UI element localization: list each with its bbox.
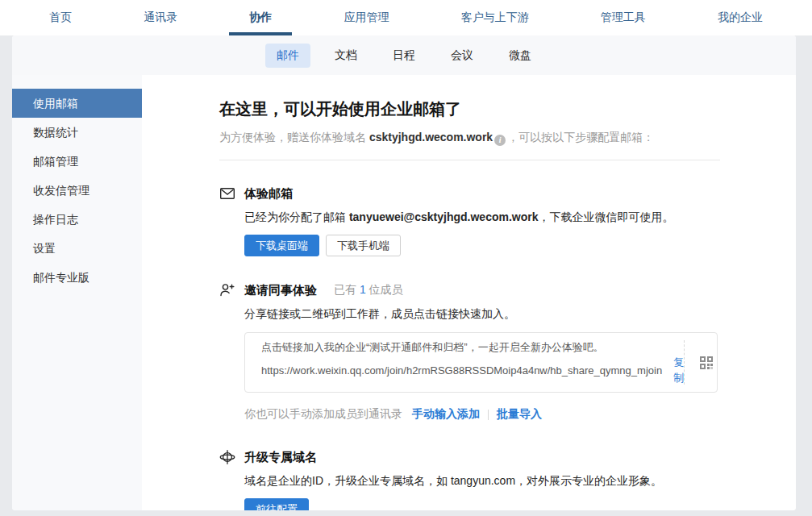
configure-domain-button[interactable]: 前往配置 bbox=[244, 498, 309, 510]
nav-item-customers[interactable]: 客户与上下游 bbox=[456, 0, 534, 35]
subtitle-suffix: ，可以按以下步骤配置邮箱： bbox=[507, 131, 654, 144]
subtitle-prefix: 为方便体验，赠送你体验域名 bbox=[219, 131, 369, 144]
page-subtitle: 为方便体验，赠送你体验域名 csktyjhgd.wecom.worki，可以按以… bbox=[219, 129, 796, 146]
section-invite-colleagues: 邀请同事体验 已有 1 位成员 分享链接或二维码到工作群，成员点击链接快速加入。… bbox=[219, 282, 720, 422]
nav-item-home[interactable]: 首页 bbox=[44, 0, 77, 35]
invite-link-box: 点击链接加入我的企业“测试开通邮件和归档”，一起开启全新办公体验吧。 https… bbox=[244, 332, 718, 393]
page-title: 在这里，可以开始使用企业邮箱了 bbox=[219, 98, 796, 119]
domain-desc: 域名是企业的ID，升级企业专属域名，如 tangyun.com，对外展示专业的企… bbox=[244, 472, 720, 489]
nav-item-my-company[interactable]: 我的企业 bbox=[713, 0, 768, 35]
section-title: 体验邮箱 bbox=[244, 186, 293, 202]
envelope-icon bbox=[219, 185, 235, 202]
globe-domain-icon bbox=[219, 449, 235, 465]
sidebar-item-use-mailbox[interactable]: 使用邮箱 bbox=[12, 89, 142, 118]
section-divider bbox=[219, 160, 720, 160]
tab-docs[interactable]: 文档 bbox=[323, 44, 369, 68]
add-person-icon bbox=[219, 282, 235, 298]
collaboration-tabbar: 邮件 文档 日程 会议 微盘 bbox=[12, 35, 796, 75]
invite-share-text: 点击链接加入我的企业“测试开通邮件和归档”，一起开启全新办公体验吧。 bbox=[261, 339, 684, 355]
tab-meeting[interactable]: 会议 bbox=[439, 44, 485, 68]
section-upgrade-domain: 升级专属域名 域名是企业的ID，升级企业专属域名，如 tangyun.com，对… bbox=[219, 449, 720, 510]
invite-desc: 分享链接或二维码到工作群，成员点击链接快速加入。 bbox=[244, 306, 720, 322]
mailbox-desc: 已经为你分配了邮箱 tanyuewei@csktyjhgd.wecom.work… bbox=[244, 209, 720, 225]
nav-item-admin-tools[interactable]: 管理工具 bbox=[596, 0, 651, 35]
download-mobile-button[interactable]: 下载手机端 bbox=[326, 235, 401, 256]
main-content: 在这里，可以开始使用企业邮箱了 为方便体验，赠送你体验域名 csktyjhgd.… bbox=[142, 75, 796, 510]
sidebar-item-send-receive-management[interactable]: 收发信管理 bbox=[12, 176, 142, 205]
section-title: 邀请同事体验 bbox=[244, 283, 317, 298]
info-icon[interactable]: i bbox=[494, 135, 506, 146]
tab-drive[interactable]: 微盘 bbox=[498, 44, 543, 68]
copy-link-button[interactable]: 复制 bbox=[673, 355, 684, 385]
member-count-info: 已有 1 位成员 bbox=[334, 283, 403, 298]
sidebar-item-statistics[interactable]: 数据统计 bbox=[12, 118, 142, 147]
content-card: 邮件 文档 日程 会议 微盘 使用邮箱 数据统计 邮箱管理 收发信管理 操作日志… bbox=[12, 35, 796, 510]
manual-add-row: 你也可以手动添加成员到通讯录 手动输入添加 批量导入 bbox=[244, 407, 720, 422]
invite-share-url: https://work.weixin.qq.com/join/h2rmRSG8… bbox=[261, 363, 662, 378]
section-title: 升级专属域名 bbox=[244, 450, 317, 465]
mail-sidebar: 使用邮箱 数据统计 邮箱管理 收发信管理 操作日志 设置 邮件专业版 bbox=[12, 75, 142, 510]
download-desktop-button[interactable]: 下载桌面端 bbox=[244, 235, 319, 256]
nav-item-collaboration[interactable]: 协作 bbox=[244, 0, 277, 35]
nav-item-contacts[interactable]: 通讯录 bbox=[139, 0, 182, 35]
sidebar-item-settings[interactable]: 设置 bbox=[12, 234, 142, 263]
sidebar-item-mailbox-management[interactable]: 邮箱管理 bbox=[12, 147, 142, 176]
link-separator bbox=[488, 410, 489, 420]
sidebar-item-operation-log[interactable]: 操作日志 bbox=[12, 205, 142, 234]
trial-domain: csktyjhgd.wecom.work bbox=[369, 131, 493, 144]
nav-item-app-management[interactable]: 应用管理 bbox=[339, 0, 394, 35]
assigned-email: tanyuewei@csktyjhgd.wecom.work bbox=[349, 210, 539, 223]
tab-schedule[interactable]: 日程 bbox=[381, 44, 427, 68]
manual-note: 你也可以手动添加成员到通讯录 bbox=[244, 407, 402, 422]
manual-add-link[interactable]: 手动输入添加 bbox=[412, 407, 480, 422]
qr-code-icon[interactable] bbox=[698, 355, 714, 371]
section-trial-mailbox: 体验邮箱 已经为你分配了邮箱 tanyuewei@csktyjhgd.wecom… bbox=[219, 185, 720, 256]
tab-mail[interactable]: 邮件 bbox=[265, 44, 310, 68]
batch-import-link[interactable]: 批量导入 bbox=[497, 407, 542, 422]
sidebar-item-mail-pro[interactable]: 邮件专业版 bbox=[12, 263, 142, 292]
top-navigation: 首页 通讯录 协作 应用管理 客户与上下游 管理工具 我的企业 bbox=[0, 0, 812, 35]
member-count: 1 bbox=[360, 283, 366, 296]
